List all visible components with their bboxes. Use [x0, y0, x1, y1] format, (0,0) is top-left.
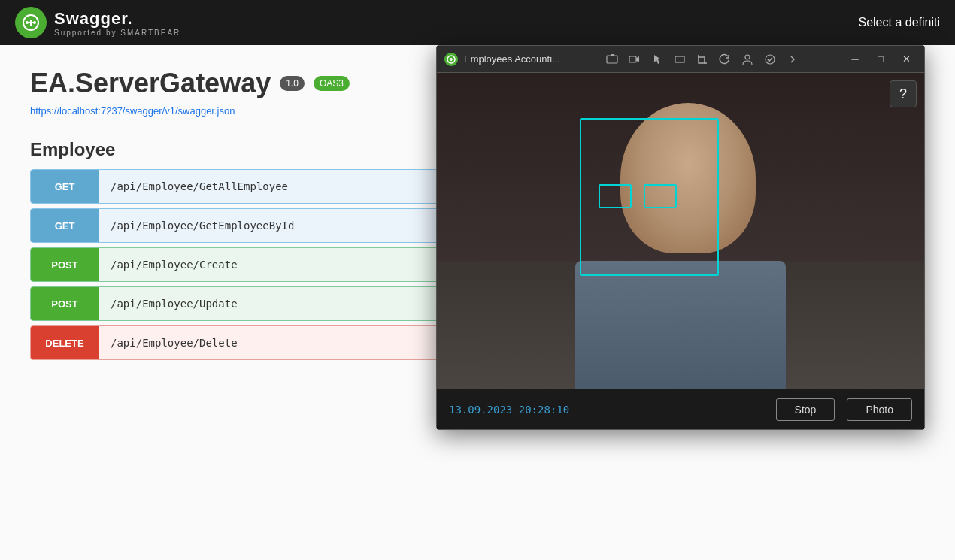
- endpoint-delete[interactable]: DELETE /api/Employee/Delete: [30, 325, 459, 360]
- toolbar-btn-chevron[interactable]: [783, 50, 802, 69]
- oas3-badge: OAS3: [314, 76, 350, 91]
- toolbar-btn-person[interactable]: [738, 50, 757, 69]
- action-buttons: Stop Photo: [776, 398, 912, 421]
- body-shape: [575, 261, 786, 389]
- svg-point-2: [33, 21, 36, 24]
- svg-rect-5: [611, 54, 614, 56]
- path-post-update: /api/Employee/Update: [99, 298, 250, 310]
- logo-text: Swagger. Supported by SMARTBEAR: [54, 9, 180, 37]
- window-bottom-bar: 13.09.2023 20:28:10 Stop Photo: [437, 389, 924, 429]
- main-content: EA.ServerGateway 1.0 OAS3 https://localh…: [0, 45, 955, 387]
- logo-sub: Supported by SMARTBEAR: [54, 29, 180, 37]
- window-title-left: Employees Accounti...: [444, 53, 560, 66]
- toolbar-btn-pointer[interactable]: [647, 50, 667, 69]
- method-post-2: POST: [31, 287, 99, 320]
- stop-button[interactable]: Stop: [776, 398, 835, 421]
- logo-icon: [15, 7, 47, 38]
- endpoint-post-update[interactable]: POST /api/Employee/Update: [30, 286, 459, 321]
- svg-point-9: [766, 55, 775, 64]
- app-header: Swagger. Supported by SMARTBEAR Select a…: [0, 0, 955, 45]
- svg-rect-6: [629, 56, 636, 62]
- svg-point-1: [26, 21, 29, 24]
- maximize-button[interactable]: □: [870, 51, 891, 68]
- timestamp: 13.09.2023 20:28:10: [449, 404, 569, 416]
- method-get-2: GET: [31, 209, 99, 242]
- help-button[interactable]: ?: [890, 80, 917, 107]
- toolbar-btn-video[interactable]: [625, 50, 644, 69]
- version-badge: 1.0: [280, 76, 305, 91]
- definition-select[interactable]: Select a definiti: [858, 16, 940, 29]
- window-controls: ─ □ ✕: [844, 51, 917, 68]
- logo-name: Swagger.: [54, 9, 180, 29]
- path-get-by-id: /api/Employee/GetEmployeeById: [99, 219, 306, 232]
- svg-rect-7: [675, 56, 684, 62]
- path-get-all: /api/Employee/GetAllEmployee: [99, 180, 300, 192]
- photo-button[interactable]: Photo: [847, 398, 912, 421]
- method-delete: DELETE: [31, 326, 99, 359]
- path-delete: /api/Employee/Delete: [99, 337, 250, 349]
- window-app-icon: [444, 53, 458, 66]
- toolbar-btn-check[interactable]: [760, 50, 780, 69]
- camera-window: Employees Accounti...: [436, 45, 925, 430]
- svg-rect-4: [607, 56, 617, 63]
- toolbar-btn-crop[interactable]: [693, 50, 712, 69]
- endpoint-get-all[interactable]: GET /api/Employee/GetAllEmployee: [30, 169, 459, 204]
- window-toolbar: [602, 50, 802, 69]
- endpoint-get-by-id[interactable]: GET /api/Employee/GetEmployeeById: [30, 208, 459, 243]
- endpoint-post-create[interactable]: POST /api/Employee/Create: [30, 247, 459, 282]
- left-eye-box: [599, 184, 632, 208]
- toolbar-btn-refresh[interactable]: [715, 50, 735, 69]
- right-eye-box: [644, 184, 677, 208]
- method-post-1: POST: [31, 248, 99, 281]
- path-post-create: /api/Employee/Create: [99, 259, 250, 271]
- minimize-button[interactable]: ─: [844, 51, 866, 68]
- camera-feed: ?: [437, 73, 924, 389]
- api-title-text: EA.ServerGateway: [30, 68, 271, 99]
- toolbar-btn-1[interactable]: [602, 50, 622, 69]
- window-titlebar: Employees Accounti...: [437, 46, 924, 73]
- camera-background: [437, 73, 924, 389]
- window-title-text: Employees Accounti...: [464, 53, 560, 65]
- toolbar-btn-rect[interactable]: [670, 50, 690, 69]
- close-button[interactable]: ✕: [896, 51, 917, 68]
- svg-point-8: [745, 55, 750, 59]
- logo: Swagger. Supported by SMARTBEAR: [15, 7, 180, 38]
- method-get-1: GET: [31, 170, 99, 203]
